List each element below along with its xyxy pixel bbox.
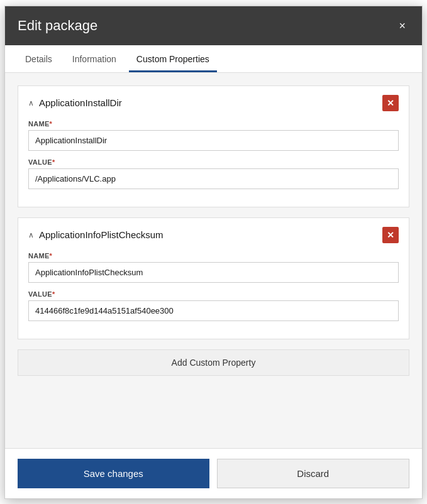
modal-title: Edit package	[18, 18, 97, 34]
property-section-2: ∧ ApplicationInfoPlistChecksum ✕ NAME* V…	[18, 217, 409, 339]
section-2-name-input[interactable]	[28, 262, 399, 283]
section-2-value-label: VALUE*	[28, 290, 399, 298]
section-2-name-required: *	[50, 252, 53, 260]
section-1-name-label: NAME*	[28, 120, 399, 128]
remove-section-1-button[interactable]: ✕	[382, 95, 399, 111]
section-2-title-row: ∧ ApplicationInfoPlistChecksum	[28, 229, 164, 240]
add-custom-property-button[interactable]: Add Custom Property	[18, 349, 409, 376]
section-2-name-label: NAME*	[28, 252, 399, 260]
remove-section-2-button[interactable]: ✕	[382, 227, 399, 243]
edit-package-modal: Edit package × Details Information Custo…	[4, 6, 423, 499]
section-2-value-field: VALUE*	[28, 290, 399, 321]
section-1-value-input[interactable]	[28, 168, 399, 189]
section-1-name-field: NAME*	[28, 120, 399, 151]
discard-button[interactable]: Discard	[217, 459, 410, 488]
section-2-value-input[interactable]	[28, 300, 399, 321]
section-2-value-required: *	[52, 290, 55, 298]
modal-header: Edit package ×	[5, 6, 422, 45]
section-1-name-required: *	[50, 120, 53, 128]
modal-body: ∧ ApplicationInstallDir ✕ NAME* VALUE*	[5, 73, 422, 448]
section-1-value-label: VALUE*	[28, 158, 399, 166]
modal-footer: Save changes Discard	[5, 448, 422, 498]
property-section-1: ∧ ApplicationInstallDir ✕ NAME* VALUE*	[18, 85, 409, 207]
section-1-value-field: VALUE*	[28, 158, 399, 189]
tab-information[interactable]: Information	[65, 45, 124, 72]
section-1-name-input[interactable]	[28, 130, 399, 151]
chevron-up-icon-2: ∧	[28, 231, 34, 239]
section-2-title: ApplicationInfoPlistChecksum	[39, 229, 164, 240]
chevron-up-icon: ∧	[28, 99, 34, 107]
save-changes-button[interactable]: Save changes	[18, 459, 209, 488]
section-1-title: ApplicationInstallDir	[39, 97, 122, 108]
close-button[interactable]: ×	[395, 19, 409, 33]
tab-bar: Details Information Custom Properties	[5, 45, 422, 73]
section-1-title-row: ∧ ApplicationInstallDir	[28, 97, 122, 108]
section-2-header: ∧ ApplicationInfoPlistChecksum ✕	[28, 227, 399, 243]
tab-details[interactable]: Details	[18, 45, 60, 72]
section-2-name-field: NAME*	[28, 252, 399, 283]
section-1-header: ∧ ApplicationInstallDir ✕	[28, 95, 399, 111]
tab-custom-properties[interactable]: Custom Properties	[129, 45, 217, 72]
section-1-value-required: *	[52, 158, 55, 166]
